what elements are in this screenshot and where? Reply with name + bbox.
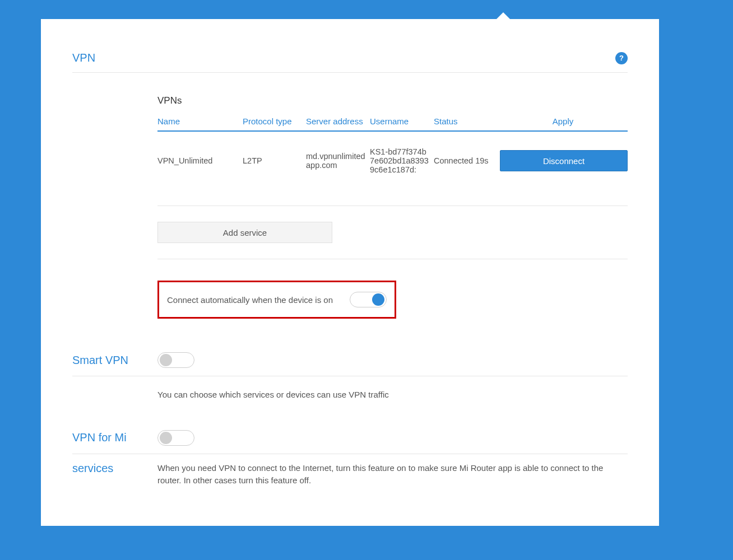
td-protocol: L2TP — [243, 156, 306, 165]
th-username: Username — [370, 116, 434, 126]
vpn-for-mi-section: VPN for Mi services When you need VPN to… — [72, 430, 628, 487]
vpn-for-mi-title-wrap: VPN for Mi — [72, 431, 157, 444]
add-service-button[interactable]: Add service — [157, 222, 332, 243]
th-status: Status — [434, 116, 498, 126]
vpn-for-mi-title-1: VPN for Mi — [72, 431, 157, 444]
th-server: Server address — [306, 116, 370, 126]
smart-vpn-toggle[interactable] — [157, 352, 194, 368]
vpn-section-header: VPN ? — [72, 52, 628, 73]
vpn-for-mi-title2-wrap: services — [72, 462, 157, 487]
smart-vpn-title: Smart VPN — [72, 354, 157, 367]
smart-vpn-section: Smart VPN You can choose which services … — [72, 352, 628, 407]
vpn-for-mi-title-2: services — [72, 462, 157, 475]
toggle-knob-icon — [160, 354, 172, 366]
disconnect-button[interactable]: Disconnect — [500, 150, 628, 171]
toggle-knob-icon — [372, 293, 384, 306]
vpns-table-title: VPNs — [157, 95, 628, 106]
vpn-content: VPNs Name Protocol type Server address U… — [157, 73, 628, 319]
help-icon[interactable]: ? — [615, 52, 628, 64]
toggle-knob-icon — [160, 432, 172, 444]
auto-connect-label: Connect automatically when the device is… — [167, 295, 333, 305]
vpn-for-mi-toggle[interactable] — [157, 430, 194, 446]
vpn-for-mi-description: When you need VPN to connect to the Inte… — [157, 462, 628, 487]
vpn-title: VPN — [72, 52, 95, 64]
td-server: md.vpnunlimitedapp.com — [306, 152, 370, 170]
td-name: VPN_Unlimited — [157, 156, 243, 165]
auto-connect-row: Connect automatically when the device is… — [157, 281, 396, 319]
add-service-row: Add service — [157, 206, 628, 259]
td-username: KS1-bd77f374b7e602bd1a83939c6e1c187d: — [370, 147, 434, 174]
vpn-for-mi-body-row: services When you need VPN to connect to… — [72, 454, 628, 487]
th-apply: Apply — [498, 116, 628, 126]
vpn-table: Name Protocol type Server address Userna… — [157, 116, 628, 259]
th-protocol: Protocol type — [243, 116, 306, 126]
smart-vpn-description: You can choose which services or devices… — [72, 376, 628, 407]
settings-card: VPN ? VPNs Name Protocol type Server add… — [41, 19, 659, 526]
td-apply: Disconnect — [498, 150, 628, 171]
vpn-for-mi-header-row: VPN for Mi — [72, 430, 628, 446]
smart-vpn-title-wrap: Smart VPN — [72, 354, 157, 367]
table-header-row: Name Protocol type Server address Userna… — [157, 116, 628, 132]
table-row: VPN_Unlimited L2TP md.vpnunlimitedapp.co… — [157, 132, 628, 206]
th-name: Name — [157, 116, 243, 126]
td-status: Connected 19s — [434, 156, 498, 165]
auto-connect-toggle[interactable] — [350, 292, 387, 307]
smart-vpn-header-row: Smart VPN — [72, 352, 628, 376]
